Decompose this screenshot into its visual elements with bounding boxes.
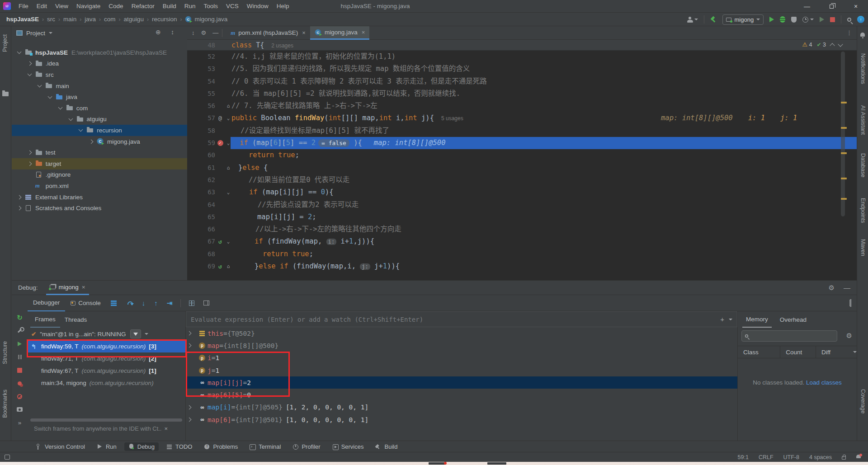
code-area[interactable]: 52//4. i,j 就是老鼠的位置，初始化的位置为(1,1)53//5. 因为…	[187, 51, 857, 272]
code-line-55[interactable]: 55//6. 当 map[6][5] =2 就说明找到通路,就可以结束，否则就继…	[187, 88, 857, 100]
status-indent-setting[interactable]: 4 spaces	[809, 454, 832, 460]
project-panel-title[interactable]: Project	[26, 30, 45, 37]
window-layout-icon[interactable]	[5, 455, 10, 460]
rerun-button[interactable]: ↻	[16, 314, 24, 321]
settings-wrench-button[interactable]	[16, 327, 24, 334]
tree-chevron-icon[interactable]	[17, 206, 22, 211]
tree-item-migong-java[interactable]: Cmigong.java	[12, 136, 187, 147]
tree-chevron-icon[interactable]	[186, 344, 197, 347]
fold-marker-icon[interactable]: ⌂	[225, 100, 231, 112]
line-number[interactable]: 68	[187, 248, 215, 260]
line-number[interactable]: 61	[187, 162, 215, 174]
code-line-64[interactable]: 64//先把该点设置为2 表示可以走	[187, 199, 857, 211]
next-problem-button[interactable]	[838, 42, 843, 47]
code-line-68[interactable]: 68return true;	[187, 248, 857, 260]
evaluate-expression-input[interactable]: Evaluate expression (Enter) or add a wat…	[186, 311, 737, 327]
line-number[interactable]: 52	[187, 51, 215, 63]
code-line-61[interactable]: 61⌂}else {	[187, 162, 857, 174]
warning-stripe-mark[interactable]	[841, 102, 847, 103]
memory-column-diff[interactable]: Diff	[816, 349, 851, 356]
code-line-54[interactable]: 54// 0 表示可以走 1 表示障碍物 2 表示可以走 3 表示走过，但是走不…	[187, 75, 857, 88]
warning-stripe-mark[interactable]	[841, 178, 847, 179]
close-button[interactable]: ×	[844, 0, 868, 13]
line-number[interactable]: 67	[187, 235, 215, 248]
lock-icon[interactable]	[842, 456, 846, 460]
tree-item-external-libraries[interactable]: External Libraries	[12, 192, 187, 203]
tree-item-pom-xml[interactable]: mpom.xml	[12, 180, 187, 192]
step-out-button[interactable]: ↑	[154, 299, 158, 307]
close-icon[interactable]: ×	[302, 29, 306, 36]
line-number[interactable]: 69	[187, 260, 215, 272]
frame-row[interactable]: ↰findWay:59, T(com.atguigu.recursion)[3]	[28, 340, 185, 352]
warning-stripe-mark[interactable]	[841, 198, 847, 200]
tool-button-ai-assistant[interactable]: AI Assistant	[860, 105, 866, 135]
debugger-tab-debugger[interactable]: Debugger	[28, 295, 65, 311]
tool-button-maven[interactable]: Maven	[860, 239, 866, 256]
tool-button-coverage[interactable]: Coverage	[860, 389, 866, 413]
tree-chevron-icon[interactable]	[89, 139, 93, 144]
editor-options-icon[interactable]: ⋮	[846, 29, 852, 36]
status-caret-position[interactable]: 59:1	[738, 454, 749, 460]
chevron-down-icon[interactable]	[729, 319, 732, 320]
tree-chevron-icon[interactable]	[186, 332, 197, 335]
variable-row[interactable]: ∞map[i][j] = 2	[186, 376, 737, 389]
hide-panel-button[interactable]: —	[212, 29, 218, 36]
restore-layout-button[interactable]	[850, 300, 851, 306]
tree-chevron-icon[interactable]	[68, 116, 73, 121]
bottom-tool-services[interactable]: Services	[328, 442, 368, 451]
tree-item-atguigu[interactable]: atguigu	[12, 114, 187, 125]
menu-item-view[interactable]: View	[51, 0, 72, 12]
status-line-ending[interactable]: CRLF	[759, 454, 774, 460]
frame-row[interactable]: main:34, migong(com.atguigu.recursion)	[28, 377, 185, 389]
breadcrumb-item[interactable]: java	[85, 16, 96, 23]
line-number[interactable]: 59	[187, 137, 215, 149]
debug-button[interactable]	[780, 16, 785, 23]
debugger-tab-console[interactable]: Console	[65, 295, 106, 311]
memory-tab-overhead[interactable]: Overhead	[776, 311, 810, 328]
tree-item-main[interactable]: main	[12, 80, 187, 92]
code-line-52[interactable]: 52//4. i,j 就是老鼠的位置，初始化的位置为(1,1)	[187, 51, 857, 63]
breadcrumb-item[interactable]: atguigu	[124, 16, 144, 23]
code-with-me-button[interactable]	[687, 16, 698, 23]
tree-item-java[interactable]: java	[12, 91, 187, 103]
tree-chevron-icon[interactable]	[27, 150, 32, 155]
bottom-tool-run[interactable]: Run	[93, 442, 121, 451]
more-actions-button[interactable]: »	[16, 419, 24, 426]
close-icon[interactable]: ×	[82, 284, 85, 291]
prev-problem-button[interactable]	[830, 43, 835, 48]
fold-marker-icon[interactable]: ⌄	[225, 112, 231, 124]
tree-chevron-icon[interactable]	[27, 61, 32, 66]
breadcrumb-item[interactable]: src	[47, 16, 55, 23]
resume-button[interactable]	[16, 340, 24, 348]
tree-item-test[interactable]: test	[12, 147, 187, 158]
view-as-table-button[interactable]	[189, 301, 194, 306]
variable-row[interactable]: ∞map[6] = {int[7]@501}[1, 0, 0, 0, 0, 0,…	[186, 413, 737, 426]
step-over-button[interactable]	[127, 301, 133, 305]
tool-button-endpoints[interactable]: Endpoints	[860, 198, 866, 223]
frames-tab-threads[interactable]: Threads	[60, 311, 92, 328]
status-file-encoding[interactable]: UTF-8	[783, 454, 799, 460]
minimize-button[interactable]: —	[795, 0, 819, 13]
code-line-57[interactable]: 57@⌄public Boolean findWay(int[][] map,i…	[187, 112, 857, 124]
gear-icon[interactable]: ⚙	[201, 29, 207, 36]
step-into-button[interactable]: ↓	[142, 299, 146, 307]
debug-settings-gear-icon[interactable]: ⚙	[829, 284, 835, 292]
warning-stripe-mark[interactable]	[841, 152, 847, 154]
line-number[interactable]: 54	[187, 75, 215, 88]
fold-marker-icon[interactable]: ⌄	[225, 186, 231, 198]
build-project-button[interactable]	[710, 16, 717, 23]
menu-item-help[interactable]: Help	[273, 0, 293, 12]
stop-button[interactable]	[830, 17, 835, 22]
bottom-tool-todo[interactable]: TODO	[162, 442, 196, 451]
menu-item-navigate[interactable]: Navigate	[72, 0, 104, 12]
editor-scrollbar[interactable]	[841, 52, 845, 216]
variable-row[interactable]: this = {T@502}	[186, 327, 737, 339]
pause-button[interactable]	[16, 353, 24, 361]
chevron-down-icon[interactable]	[145, 333, 148, 335]
thread-dump-button[interactable]	[16, 406, 24, 413]
memory-tab-memory[interactable]: Memory	[742, 311, 772, 328]
editor-tab-pom-xml[interactable]: mpom.xml (hspJavaSE)×	[226, 26, 310, 40]
line-number[interactable]: 57	[187, 112, 215, 124]
inspections-widget[interactable]: ⚠ 4 ✔ 3	[802, 41, 842, 48]
tree-chevron-icon[interactable]	[27, 72, 32, 76]
